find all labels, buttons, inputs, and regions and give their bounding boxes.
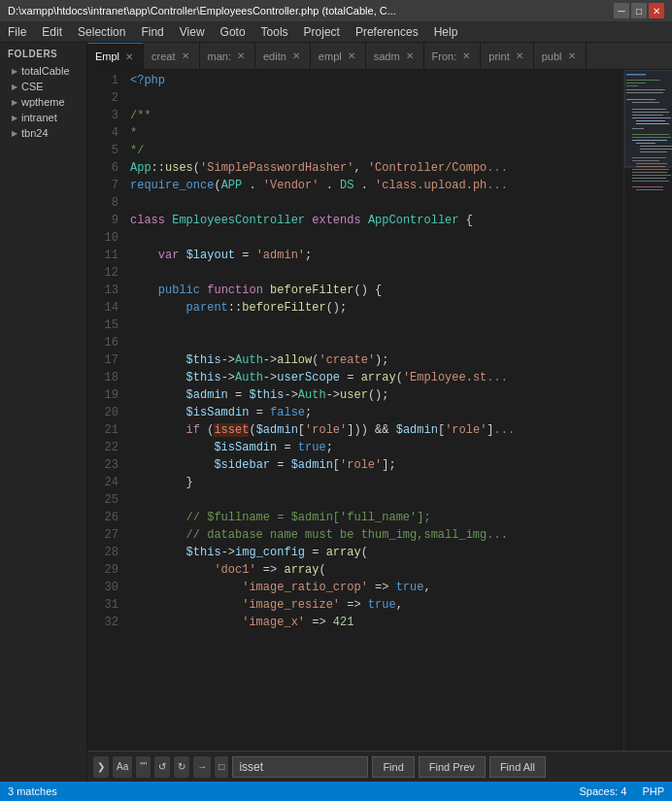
status-spaces: Spaces: 4 (579, 785, 626, 797)
code-line-6: App::uses('SimplePasswordHasher', 'Contr… (130, 159, 623, 177)
sidebar-item-intranet[interactable]: ▶ intranet (0, 110, 86, 125)
menu-edit[interactable]: Edit (34, 21, 70, 42)
tab-create[interactable]: creat ✕ (144, 43, 199, 69)
svg-rect-28 (632, 169, 669, 170)
code-line-1: <?php (130, 72, 623, 89)
code-line-22: $isSamdin = true; (130, 439, 623, 456)
find-case-button[interactable]: Aa (113, 756, 132, 778)
sidebar-item-cse[interactable]: ▶ CSE (0, 79, 86, 94)
find-redo-button[interactable]: ↻ (174, 756, 189, 778)
title-bar-controls: ─ □ ✕ (614, 3, 664, 18)
menu-bar: File Edit Selection Find View Goto Tools… (0, 21, 672, 43)
tab-label: editn (263, 50, 286, 62)
svg-rect-33 (632, 186, 663, 187)
code-line-5: */ (130, 142, 623, 159)
tab-close-icon[interactable]: ✕ (235, 50, 247, 62)
code-line-26: // $fullname = $admin['full_name']; (130, 509, 623, 526)
sidebar-item-label: CSE (21, 81, 44, 92)
svg-rect-26 (636, 163, 667, 164)
svg-rect-32 (632, 181, 669, 182)
close-button[interactable]: ✕ (649, 3, 664, 18)
find-prev-button[interactable]: Find Prev (419, 756, 486, 778)
code-container[interactable]: 1 2 3 4 5 6 7 8 9 10 11 12 13 14 15 16 1… (87, 70, 672, 751)
tab-close-icon[interactable]: ✕ (290, 50, 302, 62)
title-bar: D:\xampp\htdocs\intranet\app\Controller\… (0, 0, 672, 21)
menu-tools[interactable]: Tools (253, 21, 296, 42)
svg-rect-34 (636, 189, 663, 190)
code-line-2 (130, 89, 623, 107)
tab-empl[interactable]: empl ✕ (311, 43, 366, 69)
sidebar-item-totalcable[interactable]: ▶ totalCable (0, 63, 86, 79)
menu-file[interactable]: File (0, 21, 34, 42)
tab-publ[interactable]: publ ✕ (534, 43, 587, 69)
code-line-10 (130, 229, 623, 247)
code-line-28: $this->img_config = array( (130, 544, 623, 561)
menu-help[interactable]: Help (426, 21, 466, 42)
svg-rect-27 (636, 166, 665, 167)
find-input[interactable] (232, 756, 368, 778)
find-replace-button[interactable]: → (193, 756, 211, 778)
sidebar-item-label: totalCable (21, 65, 70, 77)
tab-close-icon[interactable]: ✕ (566, 50, 578, 62)
code-line-13: public function beforeFilter() { (130, 282, 623, 299)
tabs-bar: Empl ✕ creat ✕ man: ✕ editn ✕ empl ✕ sad… (87, 43, 672, 70)
find-regex-button[interactable]: "" (136, 756, 151, 778)
svg-rect-31 (632, 178, 666, 179)
menu-project[interactable]: Project (296, 21, 348, 42)
code-line-30: 'image_ratio_crop' => true, (130, 579, 623, 596)
code-line-16 (130, 334, 623, 351)
find-undo-button[interactable]: ↺ (154, 756, 170, 778)
code-line-15 (130, 317, 623, 334)
tab-close-icon[interactable]: ✕ (514, 50, 525, 62)
minimize-button[interactable]: ─ (614, 3, 629, 18)
find-button[interactable]: Find (372, 756, 414, 778)
code-line-24: } (130, 474, 623, 491)
editor-area: Empl ✕ creat ✕ man: ✕ editn ✕ empl ✕ sad… (87, 43, 672, 782)
find-arrow-button[interactable]: ❯ (93, 756, 109, 778)
menu-goto[interactable]: Goto (213, 21, 253, 42)
tab-label: creat (151, 50, 175, 62)
code-line-9: class EmployeesController extends AppCon… (130, 212, 623, 229)
tab-sadm[interactable]: sadm ✕ (366, 43, 424, 69)
menu-find[interactable]: Find (133, 21, 171, 42)
code-line-25 (130, 491, 623, 509)
code-editor[interactable]: <?php /** * */ App::uses('SimplePassword… (126, 70, 623, 751)
tab-close-icon[interactable]: ✕ (180, 50, 191, 62)
tab-employees[interactable]: Empl ✕ (87, 43, 144, 69)
tab-label: Fron: (432, 50, 457, 62)
sidebar-item-tbn24[interactable]: ▶ tbn24 (0, 125, 86, 141)
tab-editn[interactable]: editn ✕ (255, 43, 311, 69)
menu-preferences[interactable]: Preferences (348, 21, 426, 42)
code-line-12 (130, 264, 623, 282)
sidebar-item-label: intranet (21, 112, 57, 123)
tab-label: Empl (95, 50, 119, 62)
code-line-21: if (isset($admin['role'])) && $admin['ro… (130, 421, 623, 439)
code-line-20: $isSamdin = false; (130, 404, 623, 421)
code-line-8 (130, 194, 623, 212)
sidebar-item-label: tbn24 (21, 127, 49, 139)
sidebar: FOLDERS ▶ totalCable ▶ CSE ▶ wptheme ▶ i… (0, 43, 87, 782)
maximize-button[interactable]: □ (631, 3, 647, 18)
tab-fron[interactable]: Fron: ✕ (424, 43, 482, 69)
menu-selection[interactable]: Selection (70, 21, 133, 42)
tab-close-icon[interactable]: ✕ (460, 50, 472, 62)
code-line-19: $admin = $this->Auth->user(); (130, 386, 623, 404)
menu-view[interactable]: View (172, 21, 213, 42)
tab-print[interactable]: print ✕ (481, 43, 533, 69)
sidebar-item-label: wptheme (21, 96, 65, 108)
tab-man[interactable]: man: ✕ (200, 43, 255, 69)
code-line-7: require_once(APP . 'Vendor' . DS . 'clas… (130, 177, 623, 194)
svg-rect-30 (632, 175, 671, 176)
code-line-18: $this->Auth->userScope = array('Employee… (130, 369, 623, 386)
tab-close-icon[interactable]: ✕ (123, 50, 135, 63)
find-all-button[interactable]: Find All (489, 756, 546, 778)
code-line-23: $sidebar = $admin['role']; (130, 456, 623, 474)
code-line-31: 'image_resize' => true, (130, 596, 623, 614)
status-language: PHP (642, 785, 664, 797)
svg-rect-29 (632, 172, 667, 173)
tab-close-icon[interactable]: ✕ (404, 50, 416, 62)
find-scope-button[interactable]: □ (215, 756, 228, 778)
sidebar-item-wptheme[interactable]: ▶ wptheme (0, 94, 86, 110)
code-line-17: $this->Auth->allow('create'); (130, 351, 623, 369)
tab-close-icon[interactable]: ✕ (346, 50, 357, 62)
